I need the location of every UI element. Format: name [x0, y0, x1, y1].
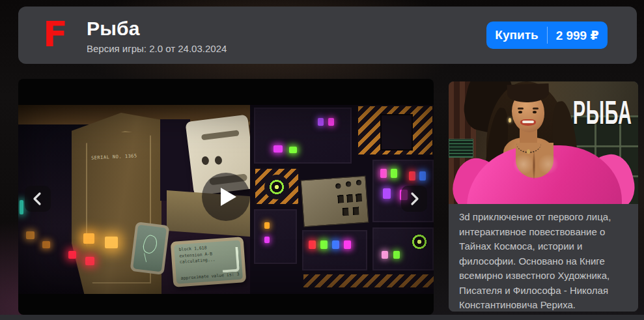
play-icon	[221, 188, 236, 206]
game-header: F Рыба Версия игры: 2.0 от 24.03.2024 Ку…	[18, 7, 637, 64]
character-earring	[509, 118, 511, 123]
game-store-page: F Рыба Версия игры: 2.0 от 24.03.2024 Ку…	[0, 0, 644, 320]
next-section-edge	[0, 315, 644, 320]
buy-button[interactable]: Купить 2 999 ₽	[486, 22, 608, 49]
cover-title-text: РЫБА	[572, 97, 632, 128]
prev-slide-button[interactable]	[25, 186, 51, 212]
cover-monitor	[449, 139, 473, 158]
chevron-left-icon	[31, 192, 44, 206]
next-slide-button[interactable]	[401, 186, 427, 212]
character-brow	[518, 108, 524, 109]
buy-button-price: 2 999 ₽	[556, 28, 599, 43]
buy-button-divider	[547, 27, 548, 44]
game-description-panel: 3d приключение от первого лица, интеракт…	[449, 204, 638, 312]
character-teeth	[522, 121, 534, 123]
play-button[interactable]	[202, 173, 250, 221]
character-pendant	[527, 149, 530, 154]
video-player[interactable]: SERIAL NO. 1365	[18, 79, 434, 315]
buy-button-label: Купить	[495, 28, 538, 42]
game-description: 3d приключение от первого лица, интеракт…	[459, 210, 628, 312]
f-logo[interactable]: F	[43, 16, 72, 53]
game-version-label: Версия игры: 2.0 от 24.03.2024	[87, 43, 227, 54]
cover-image: РЫБА	[449, 81, 638, 204]
highlight	[512, 154, 535, 174]
game-info-card: РЫБА 3d приключение от первого лица, инт…	[449, 81, 638, 312]
chevron-right-icon	[408, 192, 421, 206]
page-title: Рыба	[87, 18, 140, 40]
character-smile	[520, 119, 536, 126]
character-brow	[533, 108, 539, 109]
character-eye	[533, 111, 537, 113]
character-eye	[518, 111, 522, 113]
highlight	[537, 154, 559, 174]
